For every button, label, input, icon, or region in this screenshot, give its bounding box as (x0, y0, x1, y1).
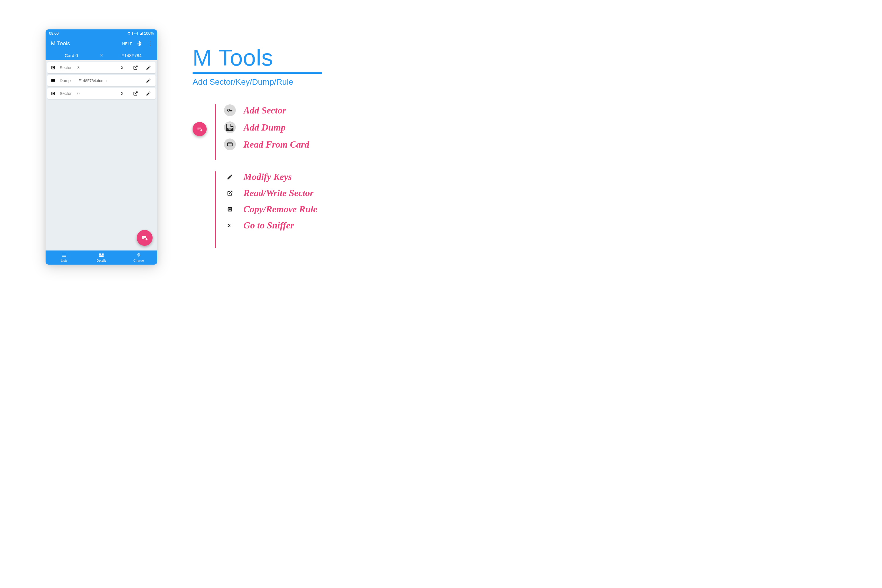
legend-copy-rule: Copy/Remove Rule (224, 204, 318, 214)
dump-label: Dump (60, 78, 74, 83)
sniffer-icon (224, 222, 236, 229)
legend-rw-sector-text: Read/Write Sector (243, 188, 314, 198)
fab-add-small[interactable] (193, 122, 207, 136)
legend-divider (215, 104, 216, 160)
open-icon (224, 190, 236, 196)
brand-subtitle: Add Sector/Key/Dump/Rule (193, 77, 322, 87)
nav-details-label: Details (96, 259, 106, 262)
sector-number: 0 (77, 91, 82, 96)
bottom-nav: Lists Details Charge (46, 250, 157, 265)
nav-lists-label: Lists (61, 259, 68, 262)
status-time: 09:00 (49, 31, 59, 36)
status-bar: 09:00 LTE 100% (46, 29, 157, 38)
legend-modify-keys-text: Modify Keys (243, 171, 292, 182)
dmp-file-icon: DMP (224, 122, 236, 133)
overflow-menu-icon[interactable]: ⋮ (146, 40, 154, 47)
legend-read-card-text: Read From Card (243, 139, 309, 150)
row-actions (120, 65, 153, 70)
signal-icon (139, 32, 143, 36)
sector-row[interactable]: Sector 0 (47, 88, 156, 99)
legend-group-1: Add Sector DMP Add Dump Read From Card (193, 104, 322, 160)
legend-copy-rule-text: Copy/Remove Rule (243, 204, 318, 214)
nav-details[interactable]: Details (83, 252, 120, 262)
nav-charge[interactable]: Charge (120, 252, 157, 262)
legend-add-dump: DMP Add Dump (224, 122, 309, 133)
sector-label: Sector (60, 91, 74, 96)
cards-area: Sector 3 Dump F148F784.dump Sector 0 (46, 60, 157, 250)
open-icon[interactable] (133, 91, 138, 96)
legend-read-card: Read From Card (224, 138, 309, 150)
explainer-panel: M Tools Add Sector/Key/Dump/Rule Add Sec… (193, 46, 322, 248)
status-right: LTE 100% (127, 31, 154, 36)
svg-point-0 (228, 109, 230, 111)
edit-icon[interactable] (146, 65, 152, 70)
sector-row[interactable]: Sector 3 (47, 62, 156, 73)
phone-frame: 09:00 LTE 100% M Tools HELP ⋮ Card 0 ✕ F… (46, 29, 157, 265)
key-icon (224, 104, 236, 116)
card-icon (224, 138, 236, 150)
app-title: M Tools (51, 40, 118, 47)
legend-add-sector-text: Add Sector (243, 105, 286, 116)
fab-add[interactable] (137, 230, 153, 246)
card-uid[interactable]: F148F784 (106, 53, 157, 58)
wifi-icon (127, 32, 131, 36)
nav-lists[interactable]: Lists (46, 252, 83, 262)
edit-icon[interactable] (146, 78, 152, 83)
sub-bar: Card 0 ✕ F148F784 (46, 50, 157, 60)
card-name[interactable]: Card 0 (46, 53, 97, 58)
sector-label: Sector (60, 65, 74, 70)
row-actions (146, 78, 153, 83)
brand-rule (193, 72, 322, 74)
chip-icon (50, 65, 57, 70)
legend-sniffer-text: Go to Sniffer (243, 220, 294, 231)
storage-icon (50, 78, 57, 83)
row-actions (120, 91, 153, 96)
sector-number: 3 (77, 65, 82, 70)
legend-divider (215, 171, 216, 248)
nav-charge-label: Charge (134, 259, 144, 262)
dump-filename: F148F784.dump (77, 78, 142, 83)
help-button[interactable]: HELP (122, 42, 133, 46)
edit-icon (224, 174, 236, 180)
legend-group-2: Modify Keys Read/Write Sector Copy/Remov… (193, 171, 322, 248)
close-icon[interactable]: ✕ (97, 52, 106, 58)
sniffer-icon[interactable] (120, 91, 126, 96)
open-icon[interactable] (133, 65, 138, 70)
sniffer-icon[interactable] (120, 65, 126, 70)
dump-row[interactable]: Dump F148F784.dump (47, 75, 156, 86)
edit-icon[interactable] (146, 91, 152, 96)
dmp-badge-text: DMP (226, 128, 233, 131)
legend-add-dump-text: Add Dump (243, 122, 285, 133)
legend-rw-sector: Read/Write Sector (224, 188, 318, 198)
svg-rect-2 (228, 144, 232, 144)
legend-add-sector: Add Sector (224, 104, 309, 116)
brand-title: M Tools (193, 46, 322, 69)
legend-sniffer: Go to Sniffer (224, 220, 318, 231)
usb-icon[interactable] (136, 40, 142, 47)
battery-percent: 100% (144, 31, 154, 36)
chip-icon (224, 206, 236, 213)
legend-modify-keys: Modify Keys (224, 171, 318, 182)
chip-icon (50, 91, 57, 96)
lte-badge: LTE (132, 32, 138, 35)
app-bar: M Tools HELP ⋮ (46, 38, 157, 50)
